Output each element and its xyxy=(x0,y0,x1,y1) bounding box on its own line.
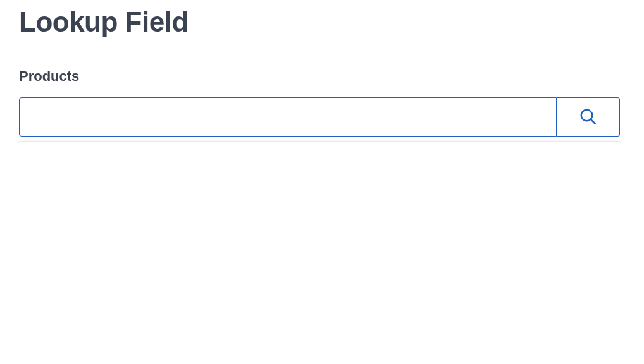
search-icon xyxy=(579,107,598,126)
field-label: Products xyxy=(19,68,625,85)
svg-point-0 xyxy=(581,110,592,121)
svg-line-1 xyxy=(591,119,595,124)
search-input[interactable] xyxy=(19,97,557,136)
page-title: Lookup Field xyxy=(19,6,625,38)
dropdown-list: UIG Pro Accounting Enterprise (Accountin… xyxy=(19,142,620,143)
input-row xyxy=(19,97,620,136)
search-button[interactable] xyxy=(557,97,620,136)
lookup-field: UIG Pro Accounting Enterprise (Accountin… xyxy=(19,97,620,136)
